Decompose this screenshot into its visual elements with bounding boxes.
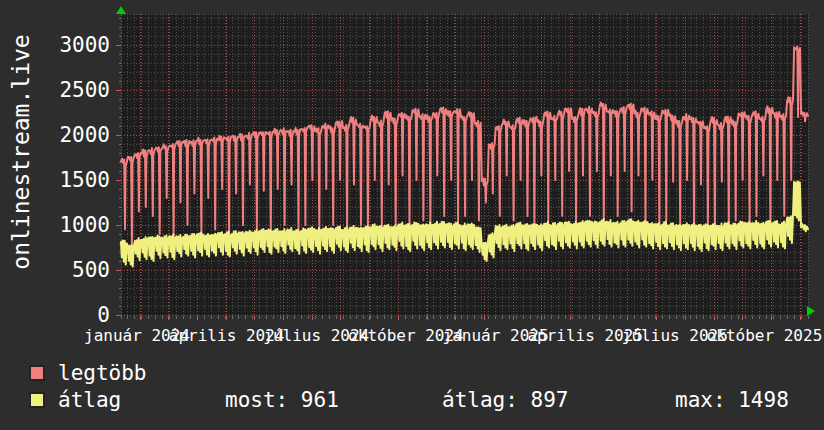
y-tick-label: 0 (40, 305, 110, 326)
legend-swatch-atlag (29, 392, 45, 408)
y-tick-label: 1000 (40, 215, 110, 236)
graph-screen: onlinestream.live 0500100015002000250030… (0, 0, 824, 430)
y-tick-label: 2000 (40, 125, 110, 146)
y-tick-label: 1500 (40, 170, 110, 191)
stat-atlag: átlag: 897 (442, 389, 568, 411)
stat-most: most: 961 (225, 389, 339, 411)
legend-label-legtobb: legtöbb (58, 362, 147, 384)
legend-swatch-legtobb (29, 365, 45, 381)
y-tick-label: 500 (40, 260, 110, 281)
y-axis-arrow-icon (116, 6, 126, 14)
y-tick-label: 3000 (40, 35, 110, 56)
chart-title: onlinestream.live (8, 34, 34, 269)
stat-max: max: 1498 (675, 389, 789, 411)
x-axis-arrow-icon (807, 306, 815, 316)
y-tick-label: 2500 (40, 80, 110, 101)
x-tick-label: október 2025 (707, 327, 823, 344)
legend-label-atlag: átlag (58, 389, 121, 411)
